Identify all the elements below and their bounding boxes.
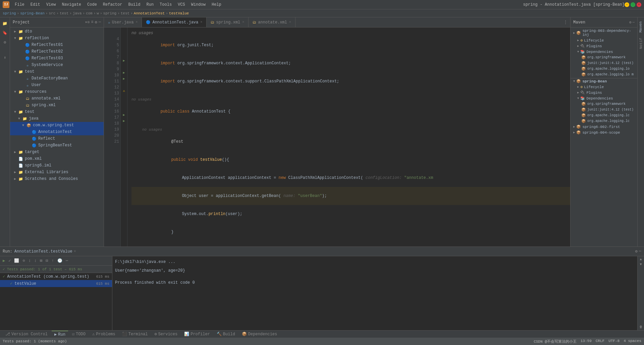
tree-item[interactable]: ▼ 📁 test [10,109,104,115]
tree-item[interactable]: ☕ User [10,82,104,88]
bottom-tab-services[interactable]: ⚙ Services [152,331,180,338]
tree-item[interactable]: 🗂 spring.xml [10,102,104,109]
tree-item-annotation-test[interactable]: 🔵 AnnotationTest [10,129,104,135]
run-gutter-icon[interactable]: ▶ [123,77,125,81]
bottom-tab-vcs[interactable]: ⎇ Version Control [3,331,50,338]
maven-item[interactable]: 📦 junit:junit:4.12 (test) [571,107,637,113]
breadcrumb-com[interactable]: com [86,11,93,15]
menu-vcs[interactable]: VCS [175,2,188,8]
maven-item[interactable]: ▶ ⚙ Lifecycle [571,38,637,43]
run-tab-close[interactable]: × [74,249,76,254]
scroll-up-icon[interactable]: ▲ [640,258,642,261]
tree-item[interactable]: ▼ 📁 java [10,115,104,122]
tab-close-icon[interactable]: × [200,20,202,24]
bottom-tab-build[interactable]: 🔨 Build [214,331,238,338]
breadcrumb-test-value[interactable]: testValue [169,11,189,15]
maven-item[interactable]: 📦 org.springframework [571,55,637,60]
tab-annotate-xml[interactable]: 🗂 annotate.xml × [249,17,295,27]
tree-item[interactable]: ▼ 📁 test [10,68,104,75]
menu-navigate[interactable]: Navigate [59,2,84,8]
run-gutter-icon[interactable]: ▶ [123,71,125,75]
tab-close-icon[interactable]: × [136,20,138,24]
bottom-tab-dependencies[interactable]: 📦 Dependencies [239,331,280,338]
breadcrumb-src[interactable]: src [49,11,55,15]
breadcrumb-spring-bean[interactable]: spring-Bean [20,11,45,15]
scroll-down-icon[interactable]: ▼ [640,263,642,266]
run-export-button[interactable]: ↑ [50,258,55,264]
breadcrumb-spring2[interactable]: spring [103,11,117,15]
maven-item[interactable]: ▼ 📚 Dependencies [571,95,637,101]
tabs-overflow-button[interactable]: ⋮ [561,20,570,25]
maven-item[interactable]: ▶ 🔌 Plugins [571,90,637,95]
indent-info[interactable]: 4 spaces [624,339,641,344]
tree-item[interactable]: ▶ 📁 dto [10,28,104,35]
run-gutter-icon[interactable]: ▶ [123,119,125,123]
menu-window[interactable]: Window [189,2,208,8]
maven-item[interactable]: ▶ 📦 spring6-002-first [571,124,637,130]
tree-item-external-libs[interactable]: ▶ 📁 External Libraries [10,169,104,176]
run-stop-button[interactable]: ⬜ [13,258,20,264]
run-collapse-button[interactable]: ⊟ [44,258,49,264]
close-button[interactable]: × [637,2,641,7]
bottom-tab-run[interactable]: ▶ Run [52,331,68,338]
maven-item[interactable]: ▶ 🔌 Plugins [571,43,637,49]
minimize-button[interactable]: − [625,2,629,7]
maven-vertical-tab[interactable]: Maven [637,19,644,35]
tree-item[interactable]: 🔵 ReflectTest01 [10,42,104,48]
menu-tools[interactable]: Tools [157,2,174,8]
tree-item[interactable]: 🔵 ReflectTest02 [10,48,104,55]
maven-item[interactable]: ▶ 📦 spring6-004-scope [571,130,637,135]
bookmark-icon[interactable]: 🔖 [1,29,9,37]
code-content[interactable]: no usages import org.junit.Test; import … [127,27,570,247]
tree-item[interactable]: 🗂 annotate.xml [10,95,104,102]
maven-item[interactable]: 📦 junit:junit:4.12 (test) [571,60,637,66]
tree-item[interactable]: ▼ 📦 com.w.spring.test [10,122,104,129]
run-rerun-button[interactable]: ✓ [7,258,12,264]
menu-file[interactable]: File [12,2,27,8]
breadcrumb-w[interactable]: w [97,11,99,15]
maven-item[interactable]: 📦 org.apache.logging.lo m [571,72,637,77]
encoding[interactable]: UTF-8 [608,339,620,344]
run-gutter-icon[interactable]: ▶ [123,59,125,63]
run-play-button[interactable]: ▶ [1,258,6,264]
maven-item[interactable]: 📦 org.apache.logging.lo [571,66,637,72]
maven-item[interactable]: 📦 org.apache.logging.lc [571,113,637,118]
maven-item[interactable]: ▶ 📦 spring-003-dependency-inj [571,28,637,38]
collapse-icon[interactable]: ≡ [91,20,93,25]
line-position[interactable]: 13:59 [581,339,592,344]
tree-item[interactable]: 📄 spring6.iml [10,162,104,169]
hide-icon[interactable]: — [99,20,101,25]
menu-code[interactable]: Code [85,2,100,8]
tree-item[interactable]: 🔵 SpringBeanTest [10,142,104,149]
tree-item[interactable]: ☕ SystemService [10,62,104,68]
menu-edit[interactable]: Edit [28,2,43,8]
tree-item[interactable]: ▶ 📁 target [10,149,104,155]
tab-close-icon[interactable]: × [242,20,244,24]
bottom-tab-profiler[interactable]: 📊 Profiler [181,331,213,338]
notifications-vertical-tab[interactable]: Notif [638,35,644,52]
tree-item[interactable]: 🔵 Reflect [10,135,104,142]
tree-item[interactable]: ▼ 📁 reflection [10,35,104,42]
tab-user-java[interactable]: ☕ User.java × [104,17,142,27]
run-expand-button[interactable]: ⊞ [39,258,44,264]
run-clock-button[interactable]: 🕐 [56,258,64,264]
settings-icon[interactable]: ⚙ [635,249,638,254]
bottom-tab-todo[interactable]: ☑ TODO [69,331,88,338]
run-more-button[interactable]: ⋯ [64,258,69,264]
line-ending[interactable]: CRLF [596,339,604,344]
menu-run[interactable]: Run [144,2,156,8]
run-sort2-button[interactable]: ↕ [33,258,38,264]
gear-icon[interactable]: ⚙ [95,20,97,25]
run-sort-button[interactable]: ↕ [27,258,32,264]
tree-item[interactable]: ☕ DateFactoryBean [10,75,104,82]
breadcrumb-test2[interactable]: test [121,11,129,15]
breadcrumb-spring[interactable]: spring [3,11,16,15]
breadcrumb-annotation-test[interactable]: AnnotationTest [134,11,165,15]
bottom-tab-problems[interactable]: ⚠ Problems [90,331,118,338]
run-filter-button[interactable]: ⊙ [21,258,26,264]
tree-item[interactable]: 🔵 ReflectTest03 [10,55,104,62]
breadcrumb-test[interactable]: test [60,11,68,15]
run-test-item[interactable]: ✓ AnnotationTest (com.w.spring.test) 615… [0,273,112,280]
tree-item[interactable]: ▼ 📁 resources [10,88,104,95]
code-editor[interactable]: 4 5 6 7 8 9 10 11 12 13 14 15 16 17 18 1… [104,27,570,247]
